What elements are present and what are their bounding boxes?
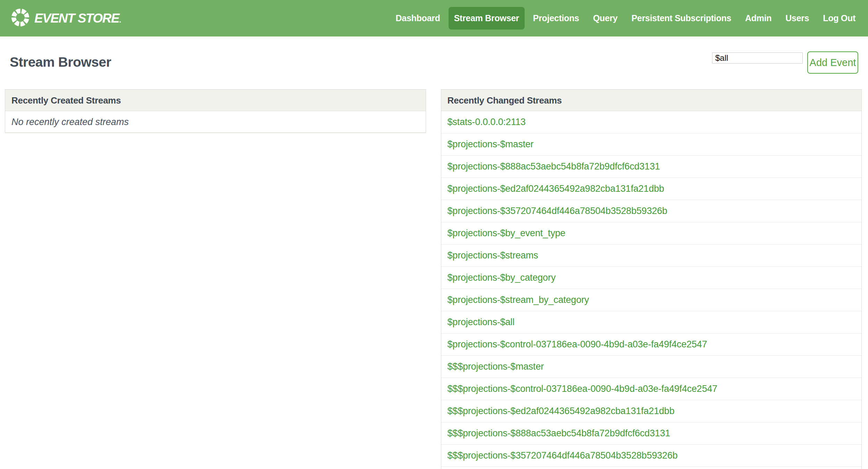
- nav-item-admin[interactable]: Admin: [740, 7, 777, 30]
- recently-changed-streams-panel: Recently Changed Streams $stats-0.0.0.0:…: [441, 89, 862, 469]
- nav-menu: DashboardStream BrowserProjectionsQueryP…: [390, 7, 861, 30]
- stream-link[interactable]: $$$projections-$888ac53aebc54b8fa72b9dfc…: [448, 428, 670, 438]
- stream-row: $projections-$888ac53aebc54b8fa72b9dfcf6…: [441, 156, 862, 178]
- stream-link[interactable]: $projections-$ed2af0244365492a982cba131f…: [448, 183, 664, 194]
- stream-link[interactable]: $projections-$control-037186ea-0090-4b9d…: [448, 339, 707, 349]
- stream-link[interactable]: $stats-0.0.0.0:2113: [448, 117, 526, 127]
- brand-dot: .: [119, 16, 121, 24]
- navbar: EVENT STORE. DashboardStream BrowserProj…: [0, 0, 868, 36]
- header-actions: Add Event: [712, 51, 858, 74]
- no-created-streams-message: No recently created streams: [5, 111, 426, 133]
- stream-row: $$$projections-$ed2af0244365492a982cba13…: [441, 400, 862, 422]
- stream-row: $projections-$streams: [441, 245, 862, 267]
- stream-row: $$$projections-$888ac53aebc54b8fa72b9dfc…: [441, 422, 862, 445]
- brand-name: EVENT STORE.: [34, 11, 121, 26]
- stream-link[interactable]: $projections-$all: [448, 317, 515, 327]
- stream-row: $$$projections-$357207464df446a78504b352…: [441, 445, 862, 467]
- nav-item-stream-browser[interactable]: Stream Browser: [449, 7, 525, 30]
- page-title: Stream Browser: [10, 55, 111, 70]
- changed-streams-list: $stats-0.0.0.0:2113 $projections-$master…: [441, 111, 862, 467]
- recently-created-streams-header: Recently Created Streams: [5, 90, 426, 111]
- nav-item-persistent-subscriptions[interactable]: Persistent Subscriptions: [626, 7, 737, 30]
- stream-row: $projections-$by_event_type: [441, 222, 862, 245]
- stream-link[interactable]: $projections-$357207464df446a78504b3528b…: [448, 206, 667, 216]
- panels: Recently Created Streams No recently cre…: [5, 89, 862, 469]
- stream-row: $projections-$ed2af0244365492a982cba131f…: [441, 178, 862, 200]
- stream-link[interactable]: $$$projections-$ed2af0244365492a982cba13…: [448, 406, 675, 416]
- stream-row: $projections-$stream_by_category: [441, 289, 862, 311]
- page-header: Stream Browser Add Event: [10, 51, 858, 74]
- stream-link[interactable]: $projections-$by_event_type: [448, 228, 566, 238]
- stream-link[interactable]: $projections-$stream_by_category: [448, 295, 589, 305]
- nav-item-dashboard[interactable]: Dashboard: [390, 7, 446, 30]
- stream-row: $projections-$by_category: [441, 267, 862, 289]
- stream-link[interactable]: $$$projections-$357207464df446a78504b352…: [448, 450, 678, 461]
- stream-row: $projections-$357207464df446a78504b3528b…: [441, 200, 862, 222]
- stream-link[interactable]: $projections-$master: [448, 139, 534, 149]
- add-event-button[interactable]: Add Event: [807, 51, 858, 74]
- stream-link[interactable]: $$$projections-$master: [448, 361, 544, 372]
- stream-row: $projections-$master: [441, 133, 862, 156]
- stream-row: $$$projections-$master: [441, 356, 862, 378]
- recently-changed-streams-header: Recently Changed Streams: [441, 90, 862, 111]
- stream-name-input[interactable]: [712, 52, 803, 64]
- stream-row: $projections-$all: [441, 311, 862, 334]
- stream-link[interactable]: $projections-$streams: [448, 250, 538, 261]
- stream-row: $projections-$control-037186ea-0090-4b9d…: [441, 334, 862, 356]
- stream-row: $$$projections-$control-037186ea-0090-4b…: [441, 378, 862, 400]
- eventstore-logo-icon: [10, 8, 30, 29]
- nav-item-log-out[interactable]: Log Out: [817, 7, 861, 30]
- stream-link[interactable]: $$$projections-$control-037186ea-0090-4b…: [448, 384, 718, 394]
- stream-row: $stats-0.0.0.0:2113: [441, 111, 862, 133]
- stream-link[interactable]: $projections-$888ac53aebc54b8fa72b9dfcf6…: [448, 161, 660, 172]
- recently-created-streams-panel: Recently Created Streams No recently cre…: [5, 89, 426, 133]
- nav-item-query[interactable]: Query: [587, 7, 623, 30]
- stream-link[interactable]: $projections-$by_category: [448, 272, 556, 283]
- clipped-next-row: [441, 467, 862, 469]
- nav-item-projections[interactable]: Projections: [527, 7, 585, 30]
- nav-item-users[interactable]: Users: [780, 7, 815, 30]
- brand: EVENT STORE.: [10, 8, 121, 29]
